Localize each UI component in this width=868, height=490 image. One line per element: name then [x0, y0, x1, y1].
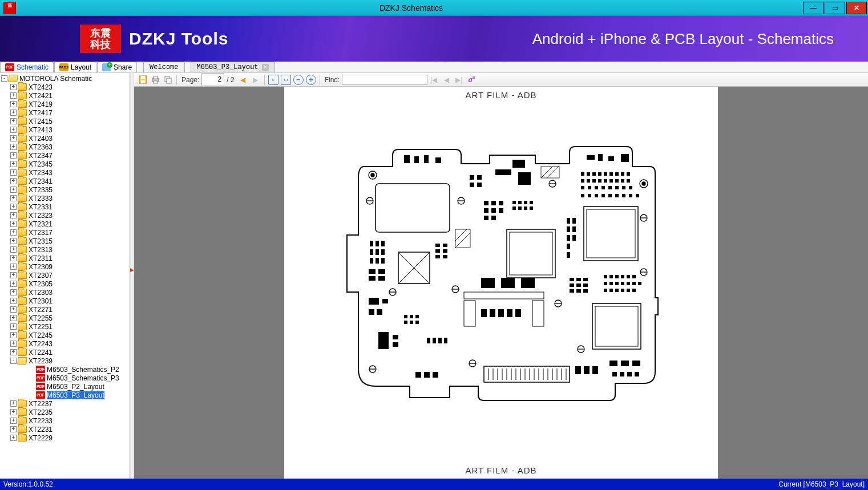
maximize-button[interactable]: ▭ [825, 2, 845, 14]
tree-file[interactable]: PDFM6503_Schematics_P3 [0, 374, 130, 382]
find-input[interactable] [342, 75, 427, 85]
minimize-button[interactable]: — [803, 2, 823, 14]
tree-file[interactable]: PDFM6503_P3_Layout [0, 391, 130, 399]
tree-folder[interactable]: +XT2245 [0, 331, 130, 339]
tree-expand-icon[interactable]: + [10, 349, 17, 355]
tree-expand-icon[interactable]: + [10, 84, 17, 90]
tree-folder[interactable]: +XT2331 [0, 203, 130, 211]
tree-expand-icon[interactable]: + [10, 255, 17, 261]
tree-expand-icon[interactable]: + [10, 298, 17, 304]
tree-folder[interactable]: +XT2271 [0, 305, 130, 314]
tree-folder[interactable]: +XT2415 [0, 117, 130, 125]
print-button[interactable] [150, 74, 161, 86]
tree-folder[interactable]: +XT2255 [0, 314, 130, 322]
tree-expand-icon[interactable]: + [10, 435, 17, 441]
tree-expand-icon[interactable]: + [10, 341, 17, 347]
tree-expand-icon[interactable]: + [10, 178, 17, 184]
text-tool-button[interactable]: aa [466, 74, 477, 86]
tree-expand-icon[interactable]: + [10, 118, 17, 124]
tree-folder[interactable]: +XT2233 [0, 416, 130, 425]
tree-folder[interactable]: +XT2311 [0, 254, 130, 262]
tree-expand-icon[interactable]: + [10, 426, 17, 432]
tree-folder[interactable]: +XT2235 [0, 408, 130, 416]
tree-folder[interactable]: +XT2321 [0, 220, 130, 228]
fit-page-button[interactable]: ▫ [268, 74, 279, 86]
tab-schematic[interactable]: PDF Schematic [0, 62, 54, 72]
tree-folder[interactable]: +XT2237 [0, 399, 130, 408]
tree-expand-icon[interactable]: + [10, 400, 17, 407]
tree-folder[interactable]: +XT2421 [0, 91, 130, 100]
tree-folder[interactable]: +XT2229 [0, 434, 130, 442]
tree-expand-icon[interactable]: + [10, 135, 17, 141]
tree-expand-icon[interactable]: + [10, 92, 17, 99]
tree-folder[interactable]: +XT2363 [0, 143, 130, 151]
tree-file[interactable]: PDFM6503_Schematics_P2 [0, 365, 130, 374]
tree-expand-icon[interactable]: + [10, 110, 17, 116]
find-next-button[interactable]: ▶| [453, 74, 465, 86]
tree-expand-icon[interactable]: + [10, 229, 17, 236]
find-prev-button[interactable]: ◀ [441, 74, 452, 86]
tree-expand-icon[interactable]: + [10, 152, 17, 159]
tree-folder[interactable]: +XT2305 [0, 280, 130, 288]
tree-folder[interactable]: +XT2403 [0, 134, 130, 143]
find-first-button[interactable]: |◀ [428, 74, 439, 86]
tree-expand-icon[interactable]: + [10, 127, 17, 133]
tree-folder[interactable]: +XT2309 [0, 262, 130, 271]
close-button[interactable]: ✕ [846, 2, 867, 14]
tree-expand-icon[interactable]: + [10, 238, 17, 244]
splitter[interactable] [130, 73, 134, 479]
tab-share[interactable]: Share [97, 62, 137, 72]
tree-folder[interactable]: +XT2231 [0, 425, 130, 434]
tree-folder[interactable]: +XT2345 [0, 160, 130, 168]
tree-expand-icon[interactable]: + [10, 332, 17, 338]
tree-expand-icon[interactable]: + [10, 221, 17, 227]
tree-expand-icon[interactable]: + [10, 246, 17, 253]
tree-folder[interactable]: +XT2423 [0, 83, 130, 91]
tree-folder[interactable]: +XT2341 [0, 177, 130, 185]
tree-folder[interactable]: +XT2347 [0, 151, 130, 160]
zoom-in-button[interactable]: + [305, 74, 317, 86]
tree-folder[interactable]: +XT2333 [0, 194, 130, 203]
tree-folder[interactable]: +XT2419 [0, 100, 130, 108]
copy-button[interactable] [162, 74, 173, 86]
tree-folder[interactable]: +XT2251 [0, 322, 130, 331]
tree-expand-icon[interactable]: + [10, 187, 17, 193]
tree-expand-icon[interactable]: + [10, 212, 17, 218]
tree-expand-icon[interactable]: - [10, 358, 17, 364]
tree-folder[interactable]: +XT2417 [0, 108, 130, 117]
tree-expand-icon[interactable]: - [1, 75, 7, 82]
tree-folder[interactable]: +XT2243 [0, 339, 130, 348]
tree-expand-icon[interactable]: + [10, 289, 17, 295]
next-page-button[interactable]: ▶ [250, 74, 261, 86]
tree-expand-icon[interactable]: + [10, 418, 17, 424]
fit-width-button[interactable]: ↔ [280, 74, 292, 86]
tree-expand-icon[interactable]: + [10, 409, 17, 415]
tree-folder[interactable]: +XT2413 [0, 125, 130, 134]
tab-layout[interactable]: PADS Layout [54, 62, 96, 72]
page-input[interactable] [201, 73, 224, 86]
tree-expand-icon[interactable]: + [10, 195, 17, 201]
tree-folder[interactable]: +XT2307 [0, 271, 130, 280]
tree-expand-icon[interactable]: + [10, 204, 17, 210]
tree-folder[interactable]: +XT2313 [0, 245, 130, 254]
file-tree[interactable]: -MOTOROLA Schematic+XT2423+XT2421+XT2419… [0, 73, 130, 479]
tree-expand-icon[interactable]: + [10, 264, 17, 270]
tree-expand-icon[interactable]: + [10, 161, 17, 167]
tree-expand-icon[interactable]: + [10, 169, 17, 176]
save-button[interactable] [137, 74, 148, 86]
tree-folder[interactable]: +XT2241 [0, 348, 130, 357]
close-tab-icon[interactable]: × [262, 64, 269, 71]
tree-expand-icon[interactable]: + [10, 144, 17, 150]
tree-folder[interactable]: +XT2323 [0, 211, 130, 220]
tree-expand-icon[interactable]: + [10, 315, 17, 321]
tree-folder[interactable]: -MOTOROLA Schematic [0, 74, 130, 83]
tree-file[interactable]: PDFM6503_P2_Layout [0, 382, 130, 391]
tree-folder[interactable]: +XT2317 [0, 228, 130, 237]
tree-folder[interactable]: +XT2343 [0, 168, 130, 177]
doc-tab[interactable]: M6503_P3_Layout× [191, 62, 275, 72]
tree-folder[interactable]: +XT2301 [0, 297, 130, 305]
zoom-out-button[interactable]: − [293, 74, 304, 86]
prev-page-button[interactable]: ◀ [237, 74, 249, 86]
tree-expand-icon[interactable]: + [10, 306, 17, 313]
page-area[interactable]: ART FILM - ADB [134, 87, 868, 479]
